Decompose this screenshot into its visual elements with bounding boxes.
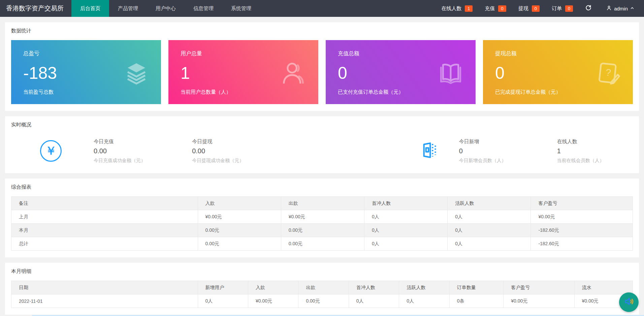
- card-subtitle: 已完成提现订单总金额（元）: [495, 89, 621, 95]
- metric-label: 今日提现: [192, 138, 287, 145]
- report-header-row: 备注 入款 出款 首冲人数 活跃人数 客户盈亏: [11, 197, 633, 210]
- chevron-up-icon: [628, 6, 637, 11]
- recharge-stat[interactable]: 充值 0: [485, 5, 506, 12]
- refresh-icon: [585, 4, 592, 12]
- cell: ¥0.00元: [281, 210, 364, 224]
- realtime-panel: 实时概况 ￥ 今日充值 0.00 今日充值成功金额（元） 今日提现 0.00 今…: [5, 116, 639, 173]
- cell: -182.60元: [531, 237, 633, 251]
- stats-panel-title: 数据统计: [11, 28, 633, 34]
- card-total-users: 用户总量 1 当前用户总数量（人）: [168, 40, 318, 104]
- cell: ¥0.00元: [198, 210, 281, 224]
- cell: 0人: [349, 294, 399, 308]
- col-active-users: 活跃人数: [448, 197, 531, 210]
- online-count-badge: 1: [465, 5, 473, 12]
- card-title: 充值总额: [338, 50, 463, 57]
- col-customer-pl: 客户盈亏: [531, 197, 633, 210]
- withdraw-stat[interactable]: 提现 0: [518, 5, 540, 12]
- card-total-profit: 总盈亏 -183 当前盈亏总数: [11, 40, 161, 104]
- orders-badge: 0: [565, 5, 573, 12]
- stats-panel: 数据统计 总盈亏 -183 当前盈亏总数 用户总量 1 当前用户总数量（人）: [5, 22, 639, 111]
- user-icon: [279, 59, 307, 88]
- col-payout: 出款: [298, 281, 349, 294]
- metric-desc: 当前在线会员数（人）: [557, 158, 633, 164]
- col-active-users: 活跃人数: [399, 281, 449, 294]
- col-remark: 备注: [11, 197, 198, 210]
- cell: 上月: [11, 210, 198, 224]
- col-order-count: 订单数量: [449, 281, 504, 294]
- withdraw-badge: 0: [532, 5, 540, 12]
- cell: 0人: [198, 294, 248, 308]
- card-subtitle: 当前用户总数量（人）: [181, 89, 306, 95]
- cell: 0.00元: [198, 224, 281, 237]
- metric-label: 今日新增: [459, 138, 507, 145]
- user-icon: [604, 5, 614, 12]
- metric-today-new: 今日新增 0 今日新增会员数（人）: [459, 138, 507, 164]
- nav-item-products[interactable]: 产品管理: [109, 0, 147, 17]
- speaker-icon: [623, 296, 635, 309]
- month-detail-table: 日期 新增用户 入款 出款 首冲人数 活跃人数 订单数量 客户盈亏 流水 202…: [11, 281, 633, 308]
- col-new-users: 新增用户: [198, 281, 248, 294]
- cell: 0人: [448, 237, 531, 251]
- orders-stat[interactable]: 订单 0: [552, 5, 573, 12]
- metric-value: 0.00: [94, 147, 160, 155]
- col-deposit: 入款: [248, 281, 298, 294]
- withdraw-label: 提现: [518, 5, 528, 12]
- online-count-stat[interactable]: 在线人数 1: [441, 5, 473, 12]
- metric-desc: 今日充值成功金额（元）: [94, 158, 160, 164]
- cell: 0.00元: [281, 237, 364, 251]
- metric-today-withdraw: 今日提现 0.00 今日提现成功金额（元）: [192, 138, 287, 164]
- metric-desc: 今日提现成功金额（元）: [192, 158, 287, 164]
- cell: -182.60元: [531, 224, 633, 237]
- nav-item-home[interactable]: 后台首页: [71, 0, 109, 17]
- cell: 0.00元: [298, 294, 349, 308]
- document-question-icon: ?: [596, 60, 621, 87]
- table-row-this-month: 本月 0.00元 0.00元 0人 0人 -182.60元: [11, 224, 633, 237]
- cell: 0人: [364, 237, 447, 251]
- cell: 0.00元: [198, 237, 281, 251]
- table-row-last-month: 上月 ¥0.00元 ¥0.00元 0人 0人 ¥0.00元: [11, 210, 633, 224]
- table-row-date: 2022-11-01 0人 ¥0.00元 0.00元 0人 0人 0条 ¥0.0…: [11, 294, 633, 308]
- recharge-badge: 0: [498, 5, 506, 12]
- card-total-recharge: 充值总额 0 已支付充值订单总金额（元）: [326, 40, 476, 104]
- col-deposit: 入款: [198, 197, 281, 210]
- nav-item-users[interactable]: 用户中心: [147, 0, 185, 17]
- svg-text:?: ?: [605, 67, 612, 78]
- cell: 0.00元: [281, 224, 364, 237]
- cell: 0条: [449, 294, 504, 308]
- card-title: 提现总额: [495, 50, 621, 57]
- col-turnover: 流水: [574, 281, 633, 294]
- app-logo: 香港数字资产交易所: [0, 0, 71, 17]
- cell: 0人: [364, 224, 447, 237]
- realtime-row: ￥ 今日充值 0.00 今日充值成功金额（元） 今日提现 0.00 今日提现成功…: [11, 135, 633, 166]
- user-menu[interactable]: admin: [604, 5, 637, 12]
- cell: 本月: [11, 224, 198, 237]
- online-count-label: 在线人数: [441, 5, 461, 12]
- user-name: admin: [614, 6, 628, 11]
- metric-online-users: 在线人数 1 当前在线会员数（人）: [557, 138, 633, 164]
- col-customer-pl: 客户盈亏: [504, 281, 574, 294]
- report-panel-title: 综合报表: [11, 184, 633, 190]
- nav-item-system[interactable]: 系统管理: [222, 0, 260, 17]
- cell: ¥0.00元: [531, 210, 633, 224]
- col-first-charge: 首冲人数: [364, 197, 447, 210]
- stat-cards: 总盈亏 -183 当前盈亏总数 用户总量 1 当前用户总数量（人）: [11, 40, 633, 104]
- book-icon: [437, 60, 464, 88]
- nav-item-info[interactable]: 信息管理: [185, 0, 222, 17]
- cell: ¥0.00元: [504, 294, 574, 308]
- layers-icon: [123, 60, 150, 88]
- metric-value: 0.00: [192, 147, 287, 155]
- cell: 0人: [364, 210, 447, 224]
- orders-label: 订单: [552, 5, 562, 12]
- report-panel: 综合报表 备注 入款 出款 首冲人数 活跃人数 客户盈亏 上月 ¥0.00元 ¥…: [5, 179, 639, 257]
- col-first-charge: 首冲人数: [349, 281, 399, 294]
- cell: ¥0.00元: [248, 294, 298, 308]
- metric-label: 在线人数: [557, 138, 633, 145]
- metric-desc: 今日新增会员数（人）: [459, 158, 507, 164]
- recharge-label: 充值: [485, 5, 495, 12]
- month-detail-title: 本月明细: [11, 268, 633, 275]
- voice-announce-button[interactable]: [619, 292, 639, 312]
- report-table: 备注 入款 出款 首冲人数 活跃人数 客户盈亏 上月 ¥0.00元 ¥0.00元…: [11, 196, 633, 251]
- refresh-button[interactable]: [585, 4, 592, 12]
- cell: 0人: [448, 210, 531, 224]
- col-payout: 出款: [281, 197, 364, 210]
